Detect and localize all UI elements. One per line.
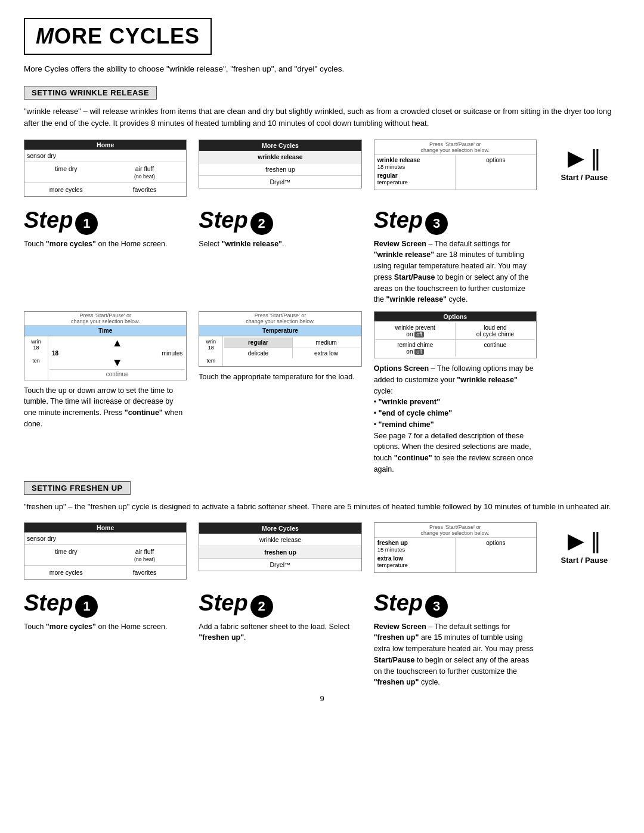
more-cycles-cell[interactable]: more cycles bbox=[27, 185, 106, 194]
time-unit: minutes bbox=[162, 350, 182, 357]
wrinkle-more-cycles-screen: More Cycles wrinkle release freshen up D… bbox=[199, 140, 361, 188]
options-row1: wrinkle preventon off loud endof cycle c… bbox=[376, 323, 535, 340]
freshen-up-section: Setting Freshen Up "freshen up" – the "f… bbox=[24, 481, 620, 689]
freshen-step3-circle: 3 bbox=[425, 595, 448, 618]
options-continue[interactable]: continue bbox=[456, 340, 535, 357]
freshen-step1-col: Home sensor dry time dry air fluff(no he… bbox=[24, 522, 187, 584]
title-m: M bbox=[36, 24, 54, 48]
wrinkle-step-labels-row: Step 1 Touch "more cycles" on the Home s… bbox=[24, 208, 620, 306]
loud-end-option[interactable]: loud endof cycle chime bbox=[456, 323, 535, 339]
freshen-air-fluff: air fluff(no heat) bbox=[106, 547, 184, 563]
freshen-step-labels-row: Step 1 Touch "more cycles" on the Home s… bbox=[24, 590, 620, 689]
wrinkle-desc: "wrinkle release" – will release wrinkle… bbox=[24, 106, 620, 129]
freshen-more-cycles[interactable]: more cycles bbox=[27, 568, 106, 577]
air-fluff-cell: air fluff(no heat) bbox=[106, 164, 184, 181]
freshen-mc-wrinkle[interactable]: wrinkle release bbox=[199, 534, 361, 546]
remind-chime-option[interactable]: remind chimeon off bbox=[376, 340, 456, 357]
temp-step-desc: Touch the appropriate temperature for th… bbox=[199, 371, 361, 383]
freshen-review-body: freshen up15 minutes extra lowtemperatur… bbox=[374, 538, 536, 572]
freshen-step2-col: More Cycles wrinkle release freshen up D… bbox=[199, 522, 361, 576]
freshen-step1-circle: 1 bbox=[75, 595, 98, 618]
wrinkle-home-screen: Home sensor dry time dry air fluff(no he… bbox=[24, 140, 187, 197]
wrinkle-step3-label-col: Step 3 Review Screen – The default setti… bbox=[374, 208, 537, 306]
freshen-step1-label-col: Step 1 Touch "more cycles" on the Home s… bbox=[24, 590, 187, 633]
intro-text: More Cycles offers the ability to choose… bbox=[24, 63, 620, 75]
arrow-down-btn[interactable]: ▼ bbox=[49, 357, 185, 369]
options-body: wrinkle preventon off loud endof cycle c… bbox=[374, 321, 536, 358]
time-ten-label: ten bbox=[28, 358, 44, 364]
freshen-step3-word: Step bbox=[374, 590, 423, 616]
temp-delicate[interactable]: delicate bbox=[224, 348, 292, 358]
freshen-step2-label-col: Step 2 Add a fabric softener sheet to th… bbox=[199, 590, 361, 644]
wrinkle-release-section: Setting Wrinkle Release "wrinkle release… bbox=[24, 86, 620, 475]
freshen-review-options[interactable]: options bbox=[456, 538, 536, 572]
freshen-start-pause: ▶ ‖ Start / Pause bbox=[549, 522, 620, 565]
step3-desc: Review Screen – The default settings for… bbox=[374, 239, 537, 306]
wrinkle-section-header: Setting Wrinkle Release bbox=[24, 86, 157, 100]
freshen-play-pause-icon[interactable]: ▶ ‖ bbox=[568, 528, 601, 553]
wrinkle-prevent-option[interactable]: wrinkle preventon off bbox=[376, 323, 456, 339]
mc-dryel[interactable]: Dryel™ bbox=[199, 176, 361, 188]
more-favorites-row: more cycles favorites bbox=[24, 183, 186, 196]
freshen-mc-header: More Cycles bbox=[199, 523, 361, 534]
remind-off-badge: off bbox=[414, 349, 424, 355]
freshen-section-header: Setting Freshen Up bbox=[24, 481, 131, 495]
step2-desc: Select "wrinkle release". bbox=[199, 239, 361, 250]
freshen-time-dry: time dry bbox=[27, 547, 106, 563]
time-screen: Press 'Start/Pause' orchange your select… bbox=[24, 311, 187, 380]
freshen-favorites[interactable]: favorites bbox=[106, 568, 184, 577]
freshen-step2-circle: 2 bbox=[250, 595, 273, 618]
temp-medium[interactable]: medium bbox=[293, 337, 360, 348]
step3-heading: Step 3 bbox=[374, 208, 537, 235]
wrinkle-step2-col: More Cycles wrinkle release freshen up D… bbox=[199, 140, 361, 193]
freshen-step1-word: Step bbox=[24, 590, 73, 616]
options-col: Options wrinkle preventon off loud endof… bbox=[374, 311, 537, 475]
temp-extra-low[interactable]: extra low bbox=[293, 348, 360, 358]
options-step-desc: Options Screen – The following options m… bbox=[374, 363, 537, 475]
time-value-row: 18 minutes bbox=[49, 349, 185, 357]
temp-wrin-label: wrin18 bbox=[203, 339, 219, 351]
step1-word: Step bbox=[24, 208, 73, 233]
time-step-desc: Touch the up or down arrow to set the ti… bbox=[24, 385, 187, 430]
freshen-step3-col: Press 'Start/Pause' orchange your select… bbox=[374, 522, 537, 578]
freshen-review-left: freshen up15 minutes extra lowtemperatur… bbox=[374, 538, 456, 572]
title-rest: ORE C bbox=[54, 24, 125, 48]
arrow-up-btn[interactable]: ▲ bbox=[49, 337, 185, 349]
step2-heading: Step 2 bbox=[199, 208, 361, 235]
freshen-mc-freshen[interactable]: freshen up bbox=[199, 546, 361, 559]
freshen-sensor-dry: sensor dry bbox=[24, 532, 186, 545]
wrinkle-step2-label-col: Step 2 Select "wrinkle release". bbox=[199, 208, 361, 250]
time-value: 18 bbox=[52, 350, 58, 357]
freshen-steps-screens-row: Home sensor dry time dry air fluff(no he… bbox=[24, 522, 620, 584]
step1-circle: 1 bbox=[75, 212, 98, 235]
mc-freshen-up[interactable]: freshen up bbox=[199, 163, 361, 176]
freshen-desc: "freshen up" – the "freshen up" cycle is… bbox=[24, 501, 620, 513]
review-options[interactable]: options bbox=[456, 155, 536, 190]
time-col: Press 'Start/Pause' orchange your select… bbox=[24, 311, 187, 430]
step1-heading: Step 1 bbox=[24, 208, 187, 235]
play-pause-icon[interactable]: ▶ ‖ bbox=[568, 145, 601, 171]
review-body: wrinkle release18 minutes regulartempera… bbox=[374, 155, 536, 190]
freshen-mc-dryel[interactable]: Dryel™ bbox=[199, 559, 361, 571]
start-pause-label: Start / Pause bbox=[561, 173, 608, 182]
step3-circle: 3 bbox=[425, 212, 448, 235]
title-cycles: YCLES bbox=[125, 24, 200, 48]
options-screen: Options wrinkle preventon off loud endof… bbox=[374, 311, 537, 358]
step3-word: Step bbox=[374, 208, 423, 233]
time-dry-cell: time dry bbox=[27, 164, 106, 181]
review-left: wrinkle release18 minutes regulartempera… bbox=[374, 155, 456, 190]
temp-regular[interactable]: regular bbox=[224, 337, 292, 348]
time-wrin-label: wrin18 bbox=[28, 339, 44, 351]
favorites-cell[interactable]: favorites bbox=[106, 185, 184, 194]
mc-wrinkle-release[interactable]: wrinkle release bbox=[199, 151, 361, 163]
wrinkle-start-pause: ▶ ‖ Start / Pause bbox=[549, 140, 620, 182]
time-continue[interactable]: continue bbox=[49, 369, 185, 379]
freshen-more-fav-row: more cycles favorites bbox=[24, 566, 186, 579]
wrinkle-step1-label-col: Step 1 Touch "more cycles" on the Home s… bbox=[24, 208, 187, 250]
temp-left: wrin18 tem bbox=[199, 336, 223, 366]
review-subheader: Press 'Start/Pause' orchange your select… bbox=[374, 140, 536, 155]
freshen-home-header: Home bbox=[24, 523, 186, 532]
mc-body: wrinkle release freshen up Dryel™ bbox=[199, 151, 361, 188]
review-wrinkle-release: wrinkle release18 minutes bbox=[377, 157, 452, 170]
freshen-review-screen: Press 'Start/Pause' orchange your select… bbox=[374, 522, 537, 573]
